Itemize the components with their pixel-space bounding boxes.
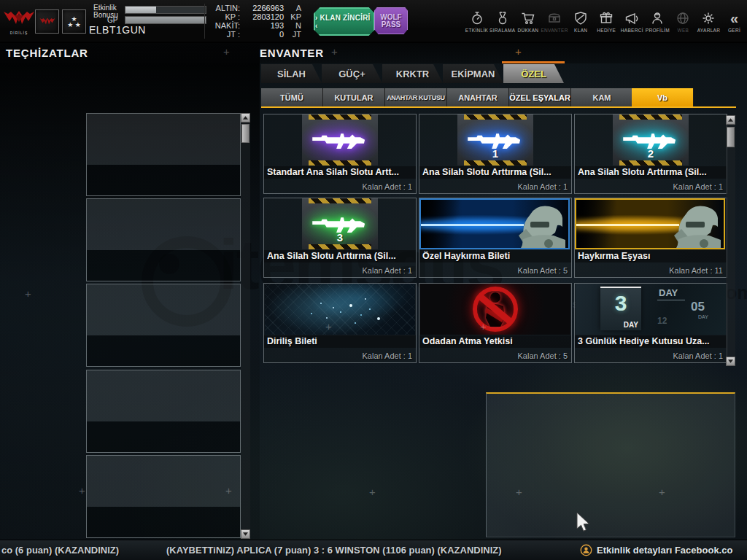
equipment-slot[interactable] bbox=[86, 113, 241, 196]
top-bar: DİRİLİŞ ★★ ★ Etkinlik Bonusu GP ELBT1GUN… bbox=[0, 0, 747, 43]
scroll-down-button[interactable] bbox=[241, 529, 250, 539]
clan-emblem-icon bbox=[39, 17, 55, 27]
wolf-dirilis-logo: DİRİLİŞ bbox=[3, 9, 35, 35]
item-standart-ana-silah-slotu[interactable]: Standart Ana Silah Slotu Artt... Kalan A… bbox=[263, 114, 417, 194]
player-username: ELBT1GUN bbox=[89, 24, 146, 36]
medal-icon bbox=[495, 11, 510, 26]
item-count: Kalan Adet : 1 bbox=[363, 266, 413, 275]
scroll-thumb[interactable] bbox=[727, 127, 735, 147]
item-detail-panel bbox=[486, 392, 735, 537]
item-ana-silah-slotu-1[interactable]: 1 Ana Silah Slotu Arttırma (Sil... Kalan… bbox=[419, 114, 572, 194]
item-count: Kalan Adet : 5 bbox=[518, 266, 568, 275]
equipment-slot[interactable] bbox=[86, 370, 241, 453]
item-odadan-atma-yetkisi[interactable]: Odadan Atma Yetkisi Kalan Adet : 5 bbox=[419, 283, 572, 363]
scroll-up-button[interactable] bbox=[241, 113, 250, 122]
item-count: Kalan Adet : 1 bbox=[673, 351, 724, 360]
plus-mark: + bbox=[515, 48, 522, 55]
inventory-scrollbar[interactable] bbox=[726, 115, 735, 366]
item-dirilis-bileti[interactable]: Diriliş Bileti Kalan Adet : 1 bbox=[263, 283, 417, 363]
scroll-down-button[interactable] bbox=[726, 357, 735, 366]
nav-envanter[interactable]: ENVANTER bbox=[541, 9, 568, 33]
wolf-pass-button[interactable]: WOLF PASS bbox=[374, 7, 408, 34]
tab-krktr[interactable]: KRKTR bbox=[382, 64, 443, 83]
nav-siralama[interactable]: SIRALAMA bbox=[489, 9, 515, 33]
item-name: Ana Silah Slotu Arttırma (Sil... bbox=[264, 250, 416, 262]
rifle-icon bbox=[311, 129, 368, 149]
megaphone-icon bbox=[624, 11, 639, 26]
tab-silah[interactable]: SİLAH bbox=[261, 64, 322, 83]
nav-profilim[interactable]: PROFİLİM bbox=[645, 9, 670, 33]
plus-mark: + bbox=[79, 487, 85, 494]
match-result-middle: (KAYBETTiNiZ) APLICA (7 puan) 3 : 6 WINS… bbox=[166, 545, 502, 556]
scroll-thumb[interactable] bbox=[241, 124, 249, 143]
tab-guc[interactable]: GÜÇ+ bbox=[322, 64, 382, 83]
arrow-down-icon bbox=[728, 359, 733, 363]
nav-ayarlar[interactable]: AYARLAR bbox=[696, 9, 721, 33]
event-details-link[interactable]: Etkinlik detayları Facebook.co bbox=[597, 545, 732, 556]
nav-dukkan[interactable]: DÜKKAN bbox=[515, 9, 541, 33]
rifle-icon bbox=[467, 129, 524, 149]
nav-klan[interactable]: KLAN bbox=[568, 9, 594, 33]
shield-icon bbox=[573, 11, 588, 26]
currency-jt: JT :0JT bbox=[208, 30, 307, 39]
tab-ekipman[interactable]: EKİPMAN bbox=[443, 64, 503, 83]
equipment-slot[interactable] bbox=[86, 455, 241, 538]
sparkles bbox=[333, 307, 334, 308]
equipment-scrollbar[interactable] bbox=[241, 113, 250, 539]
scroll-up-button[interactable] bbox=[726, 115, 735, 125]
arrow-up-icon bbox=[243, 116, 248, 120]
stopwatch-icon bbox=[470, 11, 484, 26]
subtab-tumu[interactable]: TÜMÜ bbox=[261, 88, 323, 106]
item-ozel-haykirma-bileti[interactable]: Özel Haykırma Bileti Kalan Adet : 5 bbox=[419, 198, 572, 278]
plus-mark: + bbox=[659, 489, 665, 496]
plus-mark: + bbox=[325, 323, 332, 330]
calendar-tile: 3 DAY bbox=[600, 287, 641, 330]
currency-panel: ALTIN:2266963A KP :2803120KP NAKİT:193N … bbox=[204, 4, 307, 39]
nav-web[interactable]: WEB bbox=[670, 9, 696, 33]
person-icon bbox=[650, 11, 665, 26]
item-3-gunluk-hediye-kutusu[interactable]: DAY 3 DAY 05 DAY 12 3 Günlük Hediye Kutu… bbox=[574, 283, 727, 363]
subtab-vb[interactable]: Vb bbox=[632, 88, 694, 106]
top-nav: ETKİNLİK SIRALAMA DÜKKAN ENVANTER KLAN H… bbox=[464, 0, 747, 42]
plus-mark: + bbox=[369, 489, 376, 496]
item-name: 3 Günlük Hediye Kutusu Uza... bbox=[575, 335, 727, 348]
item-count: Kalan Adet : 1 bbox=[673, 182, 724, 191]
klan-zinciri-button[interactable]: › KLAN ZİNCİRİ ‹ bbox=[314, 7, 375, 36]
rank-stars-icon: ★★ ★ bbox=[67, 16, 81, 28]
rifle-icon bbox=[622, 129, 679, 149]
currency-nakit: NAKİT:193N bbox=[208, 21, 307, 30]
nav-haberci[interactable]: HABERCİ bbox=[619, 9, 645, 33]
rifle-art-purple bbox=[302, 114, 378, 166]
tab-ozel[interactable]: ÖZEL bbox=[503, 64, 564, 83]
subtab-anahtar-kutusu[interactable]: ANAHTAR KUTUSU bbox=[385, 88, 447, 106]
equipment-slot[interactable] bbox=[86, 198, 241, 281]
soldier-icon bbox=[508, 203, 570, 249]
item-count: Kalan Adet : 1 bbox=[363, 182, 413, 191]
subtab-kam[interactable]: KAM bbox=[571, 88, 633, 106]
subtab-kutular[interactable]: KUTULAR bbox=[323, 88, 385, 106]
currency-kp: KP :2803120KP bbox=[208, 12, 307, 21]
plus-mark: + bbox=[480, 323, 487, 330]
nav-geri[interactable]: « GERİ bbox=[721, 9, 747, 33]
subtab-anahtar[interactable]: ANAHTAR bbox=[447, 88, 509, 106]
gift-icon bbox=[599, 11, 614, 26]
item-ana-silah-slotu-3[interactable]: 3 Ana Silah Slotu Arttırma (Sil... Kalan… bbox=[263, 198, 417, 278]
crystal-art bbox=[265, 284, 415, 335]
subtab-ozel-esyalar[interactable]: ÖZEL EŞYALAR bbox=[509, 88, 571, 106]
item-haykirma-esyasi[interactable]: Haykırma Eşyası Kalan Adet : 11 bbox=[574, 198, 727, 278]
item-name: Standart Ana Silah Slotu Artt... bbox=[264, 166, 416, 179]
nav-hediye[interactable]: HEDİYE bbox=[594, 9, 619, 33]
rifle-icon bbox=[311, 213, 368, 233]
plus-mark: + bbox=[25, 290, 31, 298]
calendar-art: DAY 3 DAY 05 DAY 12 bbox=[576, 284, 726, 335]
equipment-slot[interactable] bbox=[86, 284, 241, 367]
gear-icon bbox=[701, 11, 716, 26]
rank-badge[interactable]: ★★ ★ bbox=[62, 9, 86, 34]
nav-etkinlik[interactable]: ETKİNLİK bbox=[464, 9, 489, 33]
clan-emblem-badge[interactable] bbox=[35, 9, 59, 34]
gp-bar bbox=[125, 16, 206, 24]
back-icon: « bbox=[730, 11, 738, 26]
item-count: Kalan Adet : 11 bbox=[669, 266, 723, 275]
globe-icon bbox=[676, 11, 690, 26]
item-ana-silah-slotu-2[interactable]: 2 Ana Silah Slotu Arttırma (Sil... Kalan… bbox=[574, 114, 727, 194]
